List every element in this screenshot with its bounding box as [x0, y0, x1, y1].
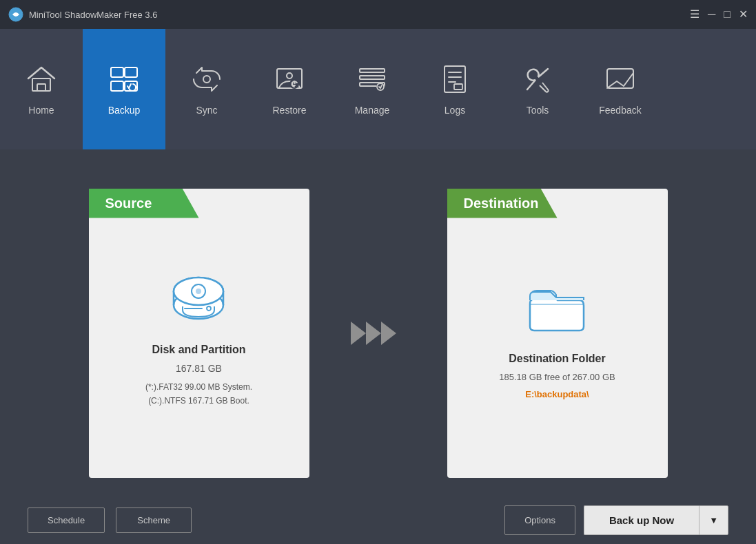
bottom-left: Schedule Scheme: [28, 508, 192, 533]
svg-rect-3: [111, 67, 123, 77]
nav-label-feedback: Feedback: [599, 105, 641, 116]
title-bar: MiniTool ShadowMaker Free 3.6 ☰ ─ □ ✕: [0, 0, 756, 29]
source-detail: (*:).FAT32 99.00 MB System. (C:).NTFS 16…: [145, 381, 252, 407]
svg-point-31: [207, 306, 211, 311]
close-icon[interactable]: ✕: [739, 9, 748, 20]
disk-icon: [167, 272, 229, 330]
svg-rect-12: [360, 76, 385, 79]
nav-item-manage[interactable]: Manage: [331, 29, 413, 149]
source-size: 167.81 GB: [176, 363, 222, 374]
svg-marker-36: [381, 322, 396, 345]
svg-point-33: [196, 289, 201, 294]
svg-rect-5: [111, 81, 123, 91]
svg-rect-20: [454, 84, 462, 90]
folder-icon: [526, 281, 588, 339]
svg-point-7: [203, 76, 210, 83]
backup-icon: [108, 63, 140, 99]
destination-card[interactable]: Destination Destination Fol: [447, 189, 668, 478]
feedback-icon: [604, 63, 636, 99]
window-controls: ☰ ─ □ ✕: [690, 9, 748, 20]
scheme-button[interactable]: Scheme: [116, 508, 192, 533]
title-bar-left: MiniTool ShadowMaker Free 3.6: [8, 7, 157, 22]
destination-inner: Destination Folder 185.18 GB free of 267…: [499, 281, 615, 399]
tools-icon: [522, 63, 553, 99]
nav-item-home[interactable]: Home: [0, 29, 83, 149]
nav-label-logs: Logs: [445, 105, 465, 116]
nav-label-home: Home: [28, 105, 54, 116]
nav-bar: Home Backup Sync: [0, 29, 756, 149]
app-title: MiniTool ShadowMaker Free 3.6: [29, 10, 157, 20]
nav-item-backup[interactable]: Backup: [83, 29, 165, 149]
app-logo-icon: [8, 7, 23, 22]
backup-now-button[interactable]: Back up Now: [584, 505, 699, 535]
source-inner: Disk and Partition 167.81 GB (*:).FAT32 …: [145, 272, 252, 407]
sync-icon: [191, 63, 223, 99]
nav-item-restore[interactable]: Restore: [248, 29, 331, 149]
minimize-icon[interactable]: ─: [708, 9, 715, 20]
nav-label-sync: Sync: [196, 105, 217, 116]
destination-free: 185.18 GB free of 267.00 GB: [499, 372, 615, 382]
source-title: Disk and Partition: [152, 344, 245, 356]
svg-point-10: [289, 79, 299, 89]
svg-marker-34: [351, 322, 366, 345]
arrow-area: [351, 316, 406, 351]
nav-label-restore: Restore: [272, 105, 306, 116]
destination-header: Destination: [447, 189, 558, 218]
restore-icon: [274, 63, 305, 99]
nav-item-logs[interactable]: Logs: [413, 29, 496, 149]
bottom-right: Options Back up Now ▼: [504, 505, 728, 535]
manage-icon: [356, 63, 388, 99]
svg-rect-2: [37, 84, 45, 91]
nav-item-feedback[interactable]: Feedback: [579, 29, 662, 149]
nav-label-manage: Manage: [355, 105, 390, 116]
svg-point-9: [287, 73, 292, 79]
source-card[interactable]: Source: [89, 189, 309, 478]
source-detail-2: (C:).NTFS 167.71 GB Boot.: [148, 396, 249, 406]
source-header: Source: [89, 189, 199, 218]
svg-rect-11: [360, 69, 385, 72]
nav-label-tools: Tools: [527, 105, 549, 116]
main-content: Source: [0, 149, 756, 496]
svg-marker-35: [366, 322, 381, 345]
nav-item-sync[interactable]: Sync: [165, 29, 248, 149]
destination-path: E:\backupdata\: [525, 389, 589, 399]
nav-label-backup: Backup: [108, 105, 141, 116]
backup-dropdown-button[interactable]: ▼: [699, 505, 728, 535]
home-icon: [25, 63, 57, 99]
nav-item-tools[interactable]: Tools: [496, 29, 579, 149]
options-button[interactable]: Options: [504, 505, 575, 535]
destination-title: Destination Folder: [509, 353, 605, 365]
schedule-button[interactable]: Schedule: [28, 508, 105, 533]
logs-icon: [439, 63, 471, 99]
source-detail-1: (*:).FAT32 99.00 MB System.: [145, 382, 252, 392]
bottom-bar: Schedule Scheme Options Back up Now ▼: [0, 496, 756, 544]
menu-icon[interactable]: ☰: [690, 9, 699, 20]
maximize-icon[interactable]: □: [724, 9, 731, 20]
svg-rect-4: [125, 67, 137, 77]
